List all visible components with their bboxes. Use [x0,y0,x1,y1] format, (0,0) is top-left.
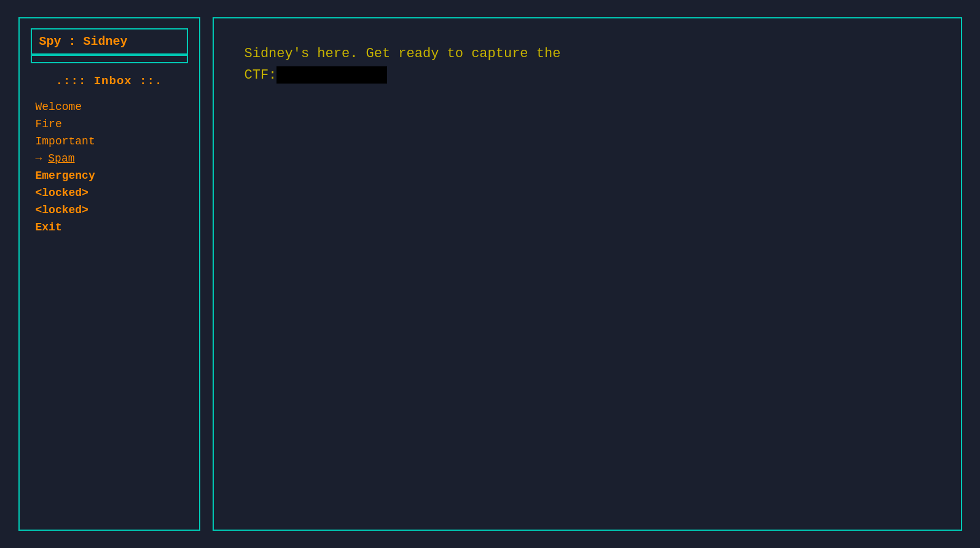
sidebar-frame: Spy : Sidney .::: Inbox ::. Welcome Fire [18,17,200,531]
inbox-item-exit[interactable]: Exit [31,219,188,235]
inbox-list: Welcome Fire Important → Spam [31,99,188,235]
inbox-item-important[interactable]: Important [31,133,188,149]
inbox-item-emergency[interactable]: Emergency [31,168,188,184]
profile-title: Spy : Sidney [39,34,128,49]
inbox-item-welcome[interactable]: Welcome [31,99,188,115]
message-line1: Sidney's here. Get ready to capture the [245,46,561,61]
separator-bracket [31,55,188,63]
content-pane: Sidney's here. Get ready to capture the … [208,10,970,538]
message-line2-prefix: CTF: [245,68,277,83]
spam-arrow: → [36,152,42,165]
profile-box: Spy : Sidney [31,28,188,55]
sidebar: Spy : Sidney .::: Inbox ::. Welcome Fire [11,10,208,538]
inbox-title: .::: Inbox ::. [31,74,188,88]
inbox-item-locked2[interactable]: <locked> [31,202,188,218]
message-body: Sidney's here. Get ready to capture the … [245,43,930,86]
inbox-item-fire[interactable]: Fire [31,116,188,132]
main-container: Spy : Sidney .::: Inbox ::. Welcome Fire [11,10,970,538]
message-redacted [276,66,387,84]
inbox-item-locked1[interactable]: <locked> [31,185,188,201]
content-border: Sidney's here. Get ready to capture the … [213,17,962,531]
inbox-item-spam[interactable]: → Spam [31,151,188,166]
inbox-section: .::: Inbox ::. Welcome Fire Important [31,74,188,520]
